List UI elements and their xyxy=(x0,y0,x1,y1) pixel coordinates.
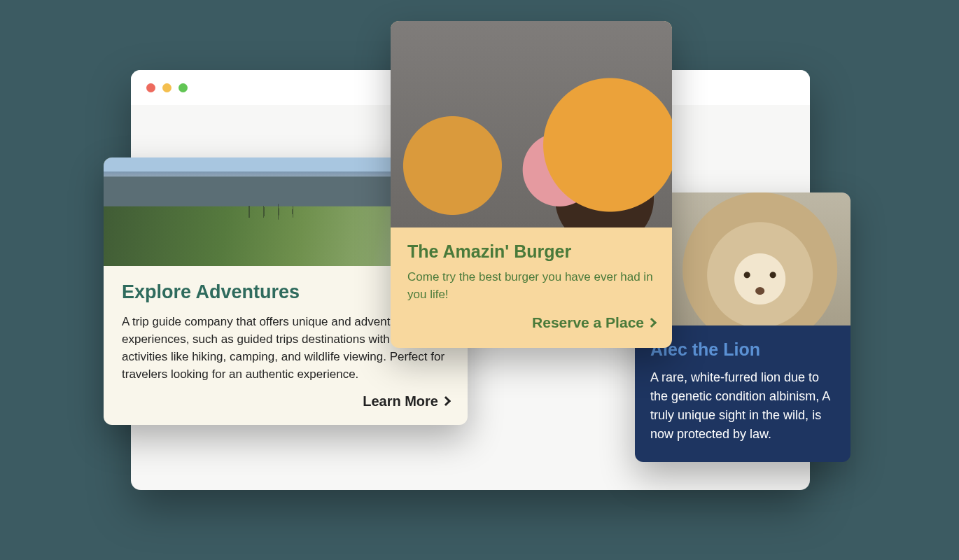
reserve-place-label: Reserve a Place xyxy=(532,314,644,331)
card-burger-title: The Amazin' Burger xyxy=(407,241,655,262)
maximize-icon[interactable] xyxy=(178,83,188,92)
card-burger-description: Come try the best burger you have ever h… xyxy=(407,269,655,303)
chevron-right-icon xyxy=(647,318,657,328)
learn-more-label: Learn More xyxy=(363,393,438,410)
reserve-place-button[interactable]: Reserve a Place xyxy=(532,314,655,331)
learn-more-button[interactable]: Learn More xyxy=(363,393,449,410)
card-lion-description: A rare, white-furred lion due to the gen… xyxy=(650,368,835,444)
burger-image xyxy=(391,21,672,227)
card-burger: The Amazin' Burger Come try the best bur… xyxy=(391,21,672,348)
chevron-right-icon xyxy=(441,396,451,406)
card-burger-body: The Amazin' Burger Come try the best bur… xyxy=(391,227,672,348)
card-lion-title: Alec the Lion xyxy=(650,340,835,360)
minimize-icon[interactable] xyxy=(162,83,172,92)
close-icon[interactable] xyxy=(146,83,155,92)
